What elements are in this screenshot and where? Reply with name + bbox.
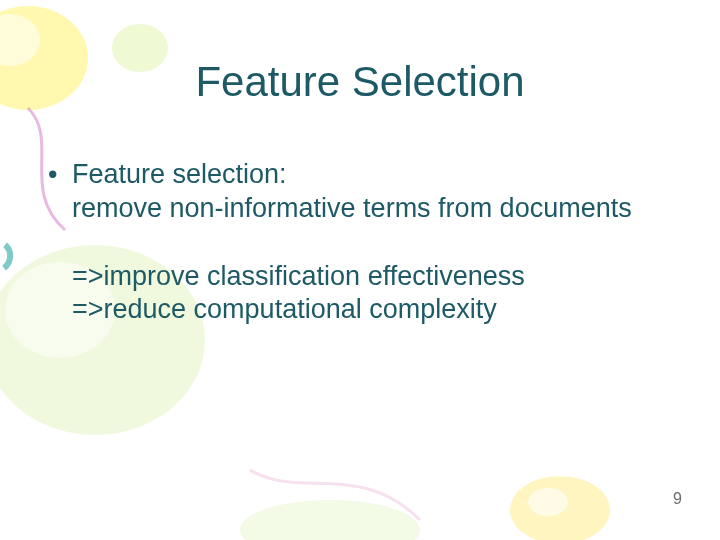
bullet-lead: Feature selection: [72,158,660,192]
bullet-item: • Feature selection: [48,158,660,192]
slide-body: • Feature selection: remove non-informat… [48,158,660,327]
goal-line-2: =>reduce computational complexity [72,293,660,327]
bullet-marker: • [48,158,72,192]
goal-line-1: =>improve classification effectiveness [72,260,660,294]
slide: Feature Selection • Feature selection: r… [0,0,720,540]
slide-title: Feature Selection [0,58,720,106]
bullet-detail: remove non-informative terms from docume… [72,192,660,226]
page-number: 9 [673,490,682,508]
